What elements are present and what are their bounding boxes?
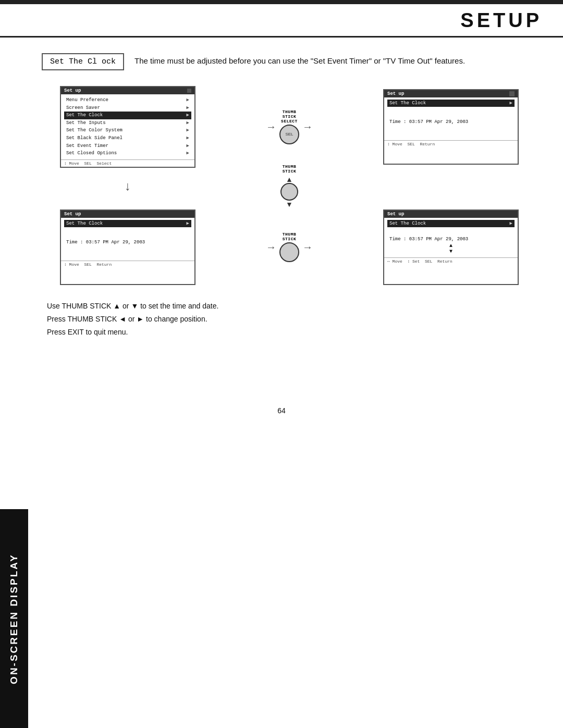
screen4-footer: ↔ Move ↕ Set SEL Return [384, 257, 518, 265]
right-down-area [383, 168, 519, 204]
screen2-body: Set The Clock▶ [384, 97, 518, 109]
screen3-indicator [187, 212, 191, 216]
setup-title-bar: SETUP [0, 4, 563, 38]
arrow-down-left: ↓ [125, 179, 131, 193]
thumbstick-select-area: → THUMBSTICKSELECT SEL → [259, 109, 320, 144]
screen2-header: Set up [384, 90, 518, 97]
clock-label-row: Set The Cl ock The time must be adjusted… [42, 53, 537, 70]
main-content: Set The Cl ock The time must be adjusted… [0, 38, 563, 354]
screen1-indicator [187, 89, 191, 93]
arrow-right-2: → [302, 121, 313, 133]
clock-badge: Set The Cl ock [42, 53, 124, 70]
screen3-header: Set up [61, 211, 194, 218]
instruction-line2: Press THUMB STICK ◄ or ► to change posit… [47, 313, 537, 326]
thumbstick-select-circle: SEL [279, 125, 299, 144]
bottom-row: Set up Set The Clock▶ Time : 03:57 PM Ap… [60, 209, 519, 285]
screen2-footer: ↕ Move SEL Return [384, 140, 518, 147]
screen3-time: Time : 03:57 PM Apr 29, 2003 [61, 229, 194, 261]
screen1-header: Set up [61, 87, 194, 94]
screen3: Set up Set The Clock▶ Time : 03:57 PM Ap… [60, 209, 195, 285]
thumbstick-stick-area: THUMBSTICK ▲ ▼ [195, 168, 383, 204]
screen2: Set up Set The Clock▶ Time : 03:57 PM Ap… [383, 89, 519, 165]
side-label: ON-SCREEN DISPLAY [0, 509, 28, 728]
screen4-title: Set up [387, 212, 404, 217]
screen4-header: Set up [384, 211, 518, 218]
screen4-submenu: Set The Clock▶ [387, 220, 515, 228]
thumbstick-select-label: THUMBSTICKSELECT [281, 109, 298, 124]
screen1: Set up Menu Preference▶ Screen Saver▶ Se… [60, 86, 195, 168]
instruction-line3: Press EXIT to quit menu. [47, 326, 537, 339]
instruction-line1: Use THUMB STICK ▲ or ▼ to set the time a… [47, 300, 537, 313]
instructions-block: Use THUMB STICK ▲ or ▼ to set the time a… [47, 300, 537, 339]
screen1-footer: ↕ Move SEL Select [61, 159, 194, 167]
screen4-time-label: Time : [389, 237, 409, 242]
menu-item-6: Set Black Side Panel▶ [64, 134, 191, 142]
middle-connector-row: ↓ THUMBSTICK ▲ ▼ [60, 168, 519, 204]
top-bar [0, 0, 563, 4]
screen4-indicator [510, 212, 515, 216]
screen1-body: Menu Preference▶ Screen Saver▶ Set The C… [61, 94, 194, 159]
diagram-container: Set up Menu Preference▶ Screen Saver▶ Se… [60, 86, 519, 285]
screen4-time: Time : 03:57 PM Apr 29, 2003 ▲▼ [384, 229, 518, 257]
arrow-right-1: → [266, 121, 276, 133]
left-down-arrow: ↓ [60, 168, 195, 204]
menu-item-7: Set Event Timer▶ [64, 142, 191, 150]
thumbstick-stick-circle [280, 183, 298, 201]
screen4-time-value: 03:57 PM Apr 29, 2003 [409, 237, 468, 242]
menu-item-1: Menu Preference▶ [64, 96, 191, 104]
arrow-right-3: → [266, 241, 276, 253]
screen2-title: Set up [387, 91, 404, 96]
menu-item-8: Set Closed Options▶ [64, 150, 191, 157]
clock-description: The time must be adjusted before you can… [134, 53, 465, 67]
arrow-right-4: → [302, 241, 313, 253]
screen3-title: Set up [64, 212, 81, 217]
screen4-body: Set The Clock▶ [384, 218, 518, 230]
screen2-submenu: Set The Clock▶ [387, 100, 515, 107]
thumbstick-stick-label: THUMBSTICK [283, 164, 297, 174]
screen1-title: Set up [64, 88, 81, 93]
screen2-time: Time : 03:57 PM Apr 29, 2003 [384, 109, 518, 140]
menu-item-3-selected: Set The Clock▶ [64, 112, 191, 119]
screen3-body: Set The Clock▶ [61, 218, 194, 230]
menu-item-2: Screen Saver▶ [64, 104, 191, 112]
thumbstick-stick2-circle [279, 242, 299, 262]
page-number: 64 [0, 396, 563, 420]
screen3-submenu: Set The Clock▶ [64, 220, 191, 228]
menu-item-4: Set The Inputs▶ [64, 119, 191, 127]
page-title: SETUP [460, 9, 542, 31]
top-row: Set up Menu Preference▶ Screen Saver▶ Se… [60, 86, 519, 168]
screen4: Set up Set The Clock▶ Time : 03:57 PM Ap… [383, 209, 519, 285]
screen2-indicator [509, 91, 515, 96]
side-label-text: ON-SCREEN DISPLAY [8, 553, 20, 684]
menu-item-5: Set The Color System▶ [64, 127, 191, 134]
thumbstick-stick2-area: → THUMBSTICK → [259, 232, 320, 262]
screen3-footer: ↕ Move SEL Return [61, 261, 194, 268]
thumbstick-stick2-label: THUMBSTICK [283, 232, 297, 241]
